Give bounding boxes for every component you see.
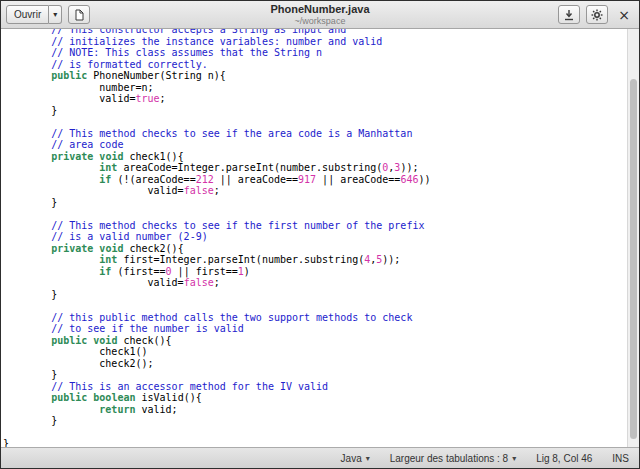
code-line: } <box>3 105 627 117</box>
code-line: // NOTE: This class assumes that the Str… <box>3 47 627 59</box>
code-line: number=n; <box>3 82 627 94</box>
code-line: return valid; <box>3 404 627 416</box>
code-line: public PhoneNumber(String n){ <box>3 70 627 82</box>
code-line: private void check2(){ <box>3 243 627 255</box>
code-line: public boolean isValid(){ <box>3 392 627 404</box>
window-title: PhoneNumber.java <box>1 4 639 15</box>
chevron-down-icon: ▾ <box>512 454 516 463</box>
header-bar: Ouvrir ▾ PhoneNumber.java ~/workspace <box>1 1 639 29</box>
vertical-scrollbar[interactable] <box>627 29 639 447</box>
cursor-position-label: Lig 8, Col 46 <box>536 453 592 464</box>
code-area: // This constructor accepts a String as … <box>3 29 627 447</box>
code-line: if (first==0 || first==1) <box>3 266 627 278</box>
code-line: // to see if the number is valid <box>3 323 627 335</box>
window-subtitle: ~/workspace <box>1 17 639 26</box>
code-line: int first=Integer.parseInt(number.substr… <box>3 254 627 266</box>
code-line: valid=false; <box>3 185 627 197</box>
code-line: valid=true; <box>3 93 627 105</box>
code-line: // is formatted correctly. <box>3 59 627 71</box>
new-document-icon <box>73 9 85 21</box>
code-line: check1() <box>3 346 627 358</box>
close-button[interactable]: × <box>614 8 634 22</box>
code-line: } <box>3 438 627 447</box>
app-window: Ouvrir ▾ PhoneNumber.java ~/workspace <box>0 0 640 469</box>
open-dropdown-button[interactable]: ▾ <box>49 5 62 24</box>
language-selector[interactable]: Java ▾ <box>341 453 370 464</box>
cursor-position: Lig 8, Col 46 <box>536 453 592 464</box>
code-line: // initializes the instance variables: n… <box>3 36 627 48</box>
open-split-button: Ouvrir ▾ <box>6 5 62 24</box>
code-line <box>3 427 627 439</box>
window-title-box: PhoneNumber.java ~/workspace <box>1 4 639 26</box>
header-left-controls: Ouvrir ▾ <box>6 5 90 24</box>
code-line <box>3 300 627 312</box>
input-mode: INS <box>612 453 629 464</box>
save-icon <box>563 9 575 21</box>
code-line: // is a valid number (2-9) <box>3 231 627 243</box>
code-line: int areaCode=Integer.parseInt(number.sub… <box>3 162 627 174</box>
code-line: public void check(){ <box>3 335 627 347</box>
code-line: } <box>3 289 627 301</box>
code-line <box>3 116 627 128</box>
gear-icon <box>591 9 603 21</box>
code-line: } <box>3 369 627 381</box>
code-line: // This method checks to see if the area… <box>3 128 627 140</box>
status-bar: Java ▾ Largeur des tabulations : 8 ▾ Lig… <box>1 447 639 468</box>
close-icon: × <box>618 7 630 23</box>
tab-width-selector[interactable]: Largeur des tabulations : 8 ▾ <box>390 453 516 464</box>
scrollbar-thumb[interactable] <box>630 79 637 438</box>
text-editor[interactable]: // This constructor accepts a String as … <box>1 29 639 447</box>
open-button[interactable]: Ouvrir <box>6 5 49 24</box>
save-button[interactable] <box>558 5 580 24</box>
code-line: // This is an accessor method for the IV… <box>3 381 627 393</box>
code-line: // area code <box>3 139 627 151</box>
code-line: // this public method calls the two supp… <box>3 312 627 324</box>
new-document-button[interactable] <box>68 5 90 24</box>
menu-button[interactable] <box>586 5 608 24</box>
code-line: if (!(areaCode==212 || areaCode==917 || … <box>3 174 627 186</box>
code-line: } <box>3 197 627 209</box>
chevron-down-icon: ▾ <box>366 454 370 463</box>
code-line: valid=false; <box>3 277 627 289</box>
code-line: // This method checks to see if the firs… <box>3 220 627 232</box>
code-line: } <box>3 415 627 427</box>
code-line: private void check1(){ <box>3 151 627 163</box>
header-right-controls: × <box>558 5 634 24</box>
code-line <box>3 208 627 220</box>
language-label: Java <box>341 453 362 464</box>
code-line: check2(); <box>3 358 627 370</box>
input-mode-label: INS <box>612 453 629 464</box>
tab-width-label: Largeur des tabulations : 8 <box>390 453 508 464</box>
